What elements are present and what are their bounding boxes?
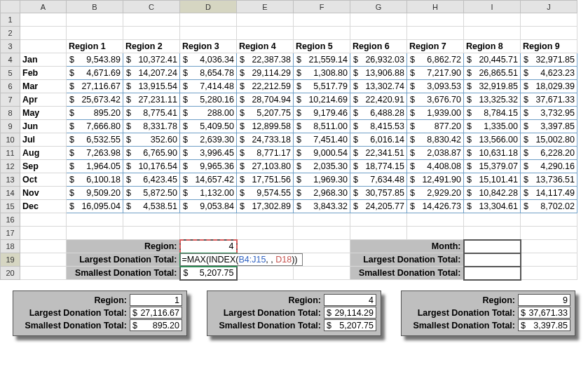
region-input-cell[interactable]: 4 [180, 240, 237, 253]
data-cell[interactable]: $5,280.16 [180, 93, 237, 107]
data-cell[interactable]: $1,308.80 [294, 67, 350, 80]
data-cell[interactable]: $13,906.88 [350, 67, 407, 80]
data-cell[interactable]: $6,532.55 [67, 133, 123, 147]
data-cell[interactable]: $10,214.69 [294, 93, 350, 107]
data-cell[interactable]: $22,420.91 [350, 93, 407, 107]
formula-editor-overlay[interactable]: =MAX(INDEX(B4:J15, , D18)) [180, 253, 303, 266]
data-cell[interactable]: $14,657.42 [180, 173, 237, 187]
data-cell[interactable]: $2,035.30 [294, 160, 350, 173]
data-cell[interactable]: $26,932.03 [350, 53, 407, 67]
data-cell[interactable]: $32,971.85 [521, 53, 577, 67]
data-cell[interactable]: $7,666.80 [67, 120, 123, 133]
data-cell[interactable]: $6,016.14 [350, 133, 407, 147]
data-cell[interactable]: $9,574.55 [237, 187, 294, 200]
row-header[interactable]: 6 [1, 80, 20, 93]
data-cell[interactable]: $1,964.05 [67, 160, 123, 173]
column-headers[interactable]: A B C D E F G H I J [1, 1, 577, 13]
data-cell[interactable]: $1,132.00 [180, 187, 237, 200]
data-cell[interactable]: $1,335.00 [464, 120, 521, 133]
row-header[interactable]: 10 [1, 133, 20, 147]
data-cell[interactable]: $13,915.54 [123, 80, 180, 93]
data-cell[interactable]: $4,671.69 [67, 67, 123, 80]
data-cell[interactable]: $8,511.00 [294, 120, 350, 133]
row-header[interactable]: 14 [1, 187, 20, 200]
data-cell[interactable]: $22,387.38 [237, 53, 294, 67]
data-cell[interactable]: $7,634.48 [350, 173, 407, 187]
data-cell[interactable]: $288.00 [180, 107, 237, 120]
data-cell[interactable]: $4,408.08 [407, 160, 464, 173]
smallest-value-cell-right[interactable] [464, 267, 521, 280]
data-cell[interactable]: $15,379.07 [464, 160, 521, 173]
data-cell[interactable]: $21,559.14 [294, 53, 350, 67]
data-cell[interactable]: $28,704.94 [237, 93, 294, 107]
data-cell[interactable]: $4,290.16 [521, 160, 577, 173]
row-header[interactable]: 15 [1, 200, 20, 213]
row-header[interactable]: 9 [1, 120, 20, 133]
row-header[interactable]: 8 [1, 107, 20, 120]
data-cell[interactable]: $24,205.77 [350, 200, 407, 213]
data-cell[interactable]: $9,965.36 [180, 160, 237, 173]
data-cell[interactable]: $2,968.30 [294, 187, 350, 200]
row-header[interactable]: 13 [1, 173, 20, 187]
row-header[interactable]: 7 [1, 93, 20, 107]
col-header[interactable]: I [464, 1, 521, 13]
row-header[interactable]: 16 [1, 213, 20, 227]
data-cell[interactable]: $8,830.42 [407, 133, 464, 147]
data-cell[interactable]: $9,509.20 [67, 187, 123, 200]
data-cell[interactable]: $5,409.50 [180, 120, 237, 133]
data-cell[interactable]: $8,331.78 [123, 120, 180, 133]
row-header[interactable]: 18 [1, 240, 20, 253]
data-cell[interactable]: $7,263.98 [67, 147, 123, 160]
data-cell[interactable]: $4,623.23 [521, 67, 577, 80]
data-cell[interactable]: $9,053.84 [180, 200, 237, 213]
data-cell[interactable]: $29,114.29 [237, 67, 294, 80]
row-header[interactable]: 1 [1, 13, 20, 27]
row-header[interactable]: 20 [1, 267, 20, 280]
data-cell[interactable]: $5,872.50 [123, 187, 180, 200]
data-cell[interactable]: $8,702.02 [521, 200, 577, 213]
data-cell[interactable]: $8,775.41 [123, 107, 180, 120]
data-cell[interactable]: $3,996.45 [180, 147, 237, 160]
data-cell[interactable]: $10,176.54 [123, 160, 180, 173]
data-cell[interactable]: $18,774.15 [350, 160, 407, 173]
data-cell[interactable]: $14,207.24 [123, 67, 180, 80]
col-header[interactable]: E [237, 1, 294, 13]
data-cell[interactable]: $24,733.18 [237, 133, 294, 147]
largest-value-cell-right[interactable] [464, 253, 521, 267]
col-header[interactable]: A [20, 1, 67, 13]
data-cell[interactable]: $18,029.39 [521, 80, 577, 93]
data-cell[interactable]: $6,423.45 [123, 173, 180, 187]
month-input-cell[interactable] [464, 240, 521, 253]
data-cell[interactable]: $12,491.90 [407, 173, 464, 187]
row-header[interactable]: 3 [1, 40, 20, 53]
data-cell[interactable]: $6,100.18 [67, 173, 123, 187]
data-cell[interactable]: $8,415.53 [350, 120, 407, 133]
data-cell[interactable]: $12,899.58 [237, 120, 294, 133]
data-cell[interactable]: $7,414.48 [180, 80, 237, 93]
data-cell[interactable]: $27,103.80 [237, 160, 294, 173]
data-cell[interactable]: $6,765.90 [123, 147, 180, 160]
data-cell[interactable]: $27,231.11 [123, 93, 180, 107]
data-cell[interactable]: $13,302.74 [350, 80, 407, 93]
data-cell[interactable]: $9,543.89 [67, 53, 123, 67]
data-cell[interactable]: $3,732.95 [521, 107, 577, 120]
row-header[interactable]: 2 [1, 27, 20, 40]
data-cell[interactable]: $15,002.80 [521, 133, 577, 147]
data-cell[interactable]: $26,865.51 [464, 67, 521, 80]
data-cell[interactable]: $6,862.72 [407, 53, 464, 67]
row-header[interactable]: 19 [1, 253, 20, 267]
data-cell[interactable]: $7,217.90 [407, 67, 464, 80]
data-cell[interactable]: $4,538.51 [123, 200, 180, 213]
col-header[interactable]: J [521, 1, 577, 13]
data-cell[interactable]: $2,929.20 [407, 187, 464, 200]
smallest-value-cell[interactable]: $5,207.75 [180, 267, 237, 280]
data-cell[interactable]: $32,919.85 [464, 80, 521, 93]
data-cell[interactable]: $895.20 [67, 107, 123, 120]
col-header[interactable]: G [350, 1, 407, 13]
data-cell[interactable]: $3,397.85 [521, 120, 577, 133]
row-header[interactable]: 5 [1, 67, 20, 80]
data-cell[interactable]: $14,426.73 [407, 200, 464, 213]
data-cell[interactable]: $22,341.51 [350, 147, 407, 160]
data-cell[interactable]: $17,751.56 [237, 173, 294, 187]
data-cell[interactable]: $5,517.79 [294, 80, 350, 93]
